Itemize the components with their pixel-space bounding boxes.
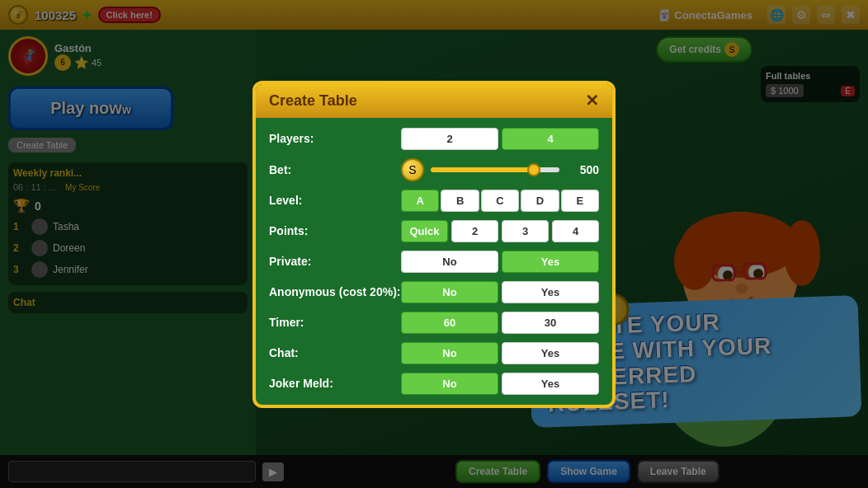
timer-30-button[interactable]: 30 [502, 312, 599, 334]
points-row: Points: Quick 2 3 4 [269, 220, 599, 242]
points-controls: Quick 2 3 4 [401, 220, 599, 242]
points-3-button[interactable]: 3 [502, 220, 549, 242]
level-d-button[interactable]: D [521, 190, 559, 212]
chat-no-button[interactable]: No [401, 342, 498, 364]
anonymous-row: Anonymous (cost 20%): No Yes [269, 281, 599, 303]
anonymous-label: Anonymous (cost 20%): [269, 285, 401, 298]
modal-close-button[interactable]: ✕ [585, 92, 599, 109]
private-controls: No Yes [401, 251, 599, 273]
timer-row: Timer: 60 30 [269, 312, 599, 334]
bet-controls: S 500 [401, 158, 599, 181]
modal-header: Create Table ✕ [256, 84, 612, 118]
joker-no-button[interactable]: No [401, 373, 498, 395]
bet-value: 500 [566, 163, 599, 176]
points-label: Points: [269, 224, 401, 237]
private-row: Private: No Yes [269, 251, 599, 273]
timer-label: Timer: [269, 316, 401, 329]
players-controls: 2 4 [401, 128, 599, 150]
joker-yes-button[interactable]: Yes [502, 373, 599, 395]
bet-label: Bet: [269, 163, 401, 176]
points-4-button[interactable]: 4 [552, 220, 599, 242]
joker-meld-controls: No Yes [401, 373, 599, 395]
players-2-button[interactable]: 2 [401, 128, 498, 150]
timer-controls: 60 30 [401, 312, 599, 334]
level-c-button[interactable]: C [481, 190, 519, 212]
chat-row-label: Chat: [269, 346, 401, 359]
anonymous-controls: No Yes [401, 281, 599, 303]
players-row: Players: 2 4 [269, 128, 599, 150]
modal-body: Players: 2 4 Bet: S 500 Level [256, 118, 612, 405]
timer-60-button[interactable]: 60 [401, 312, 498, 334]
level-controls: A B C D E [401, 190, 599, 212]
players-label: Players: [269, 132, 401, 145]
level-e-button[interactable]: E [561, 190, 599, 212]
modal-overlay: Create Table ✕ Players: 2 4 Bet: S [0, 0, 868, 488]
private-yes-button[interactable]: Yes [502, 251, 599, 273]
joker-meld-row: Joker Meld: No Yes [269, 373, 599, 395]
bet-slider[interactable] [431, 167, 559, 172]
level-a-button[interactable]: A [401, 190, 439, 212]
joker-meld-label: Joker Meld: [269, 377, 401, 390]
private-label: Private: [269, 255, 401, 268]
anonymous-no-button[interactable]: No [401, 281, 498, 303]
level-b-button[interactable]: B [441, 190, 479, 212]
anonymous-yes-button[interactable]: Yes [502, 281, 599, 303]
private-no-button[interactable]: No [401, 251, 498, 273]
chat-yes-button[interactable]: Yes [502, 342, 599, 364]
bet-coin-icon: S [401, 158, 424, 181]
bet-row: Bet: S 500 [269, 158, 599, 181]
level-row: Level: A B C D E [269, 190, 599, 212]
players-4-button[interactable]: 4 [502, 128, 599, 150]
level-label: Level: [269, 194, 401, 207]
modal-title: Create Table [269, 92, 357, 110]
create-table-modal: Create Table ✕ Players: 2 4 Bet: S [252, 81, 616, 408]
slider-thumb[interactable] [527, 163, 540, 176]
points-2-button[interactable]: 2 [451, 220, 498, 242]
points-quick-button[interactable]: Quick [401, 220, 448, 242]
chat-controls: No Yes [401, 342, 599, 364]
chat-row: Chat: No Yes [269, 342, 599, 364]
